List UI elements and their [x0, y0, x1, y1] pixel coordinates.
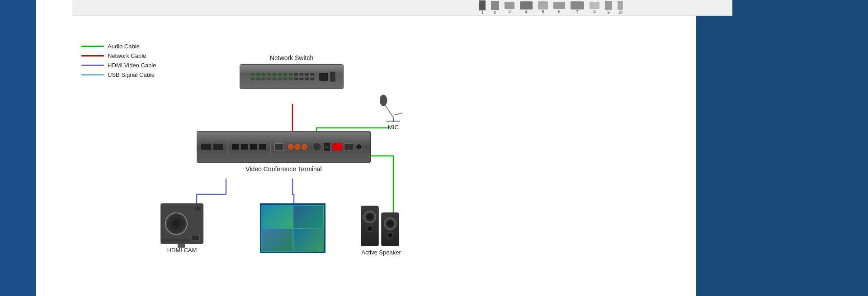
network-switch-label: Network Switch	[270, 54, 313, 61]
top-bar: 1 2 3 4 5 6 7 8	[72, 0, 732, 16]
thumb-icon-3	[505, 2, 514, 9]
speaker-woofer-left	[363, 211, 376, 223]
vct-audio-jack-1	[288, 144, 293, 150]
thumb-item-3[interactable]: 3	[505, 2, 514, 14]
display-screen	[261, 205, 324, 252]
thumb-icon-2	[491, 1, 499, 10]
svg-line-8	[393, 113, 402, 115]
vct-port-usb	[201, 143, 212, 150]
thumb-item-6[interactable]: 6	[553, 2, 565, 14]
thumb-icon-1	[479, 0, 486, 10]
diagram: Network Switch	[72, 16, 732, 296]
page-num-3: 3	[508, 9, 510, 14]
speaker-device: Active Speaker	[361, 203, 401, 256]
thumb-icon-7	[571, 1, 584, 9]
page-num-4: 4	[525, 9, 527, 14]
display-body	[260, 203, 326, 253]
cables-svg	[72, 16, 732, 296]
cam-lens	[165, 212, 188, 235]
main-content: 1 2 3 4 5 6 7 8	[36, 0, 696, 296]
speaker-body	[361, 203, 401, 246]
page-num-6: 6	[558, 9, 560, 14]
page-num-2: 2	[494, 10, 496, 14]
page-num-8: 8	[593, 9, 595, 14]
vct-xlr	[312, 142, 321, 151]
vct-power-led	[332, 143, 342, 150]
thumb-item-8[interactable]: 8	[590, 2, 599, 14]
thumb-item-9[interactable]: 9	[605, 1, 612, 14]
speaker-unit-right	[381, 212, 399, 246]
vct-label: Video Conference Terminal	[245, 165, 321, 173]
vct-device: CE Video Conference Terminal	[197, 131, 371, 173]
thumb-item-5[interactable]: 5	[538, 1, 548, 14]
page-num-7: 7	[576, 9, 578, 14]
thumb-icon-10	[618, 1, 623, 10]
thumb-item-1[interactable]: 1	[479, 0, 486, 15]
mic-device: MIC	[380, 90, 407, 131]
network-switch-device: Network Switch	[240, 54, 344, 89]
vct-audio-jack-2	[295, 144, 300, 150]
page-num-1: 1	[481, 10, 483, 15]
svg-line-3	[384, 104, 393, 117]
thumb-item-2[interactable]: 2	[491, 1, 499, 14]
thumb-icon-6	[553, 2, 565, 9]
vct-ce-mark: CE	[323, 142, 330, 151]
vct-audio-jack-3	[302, 144, 307, 150]
vct-rj45	[274, 143, 283, 150]
display-device	[260, 203, 326, 253]
vct-port-usb2	[213, 143, 224, 150]
vct-hdmi-4	[259, 144, 267, 150]
thumb-icon-8	[590, 2, 599, 9]
mic-label: MIC	[388, 124, 399, 131]
thumb-icon-4	[520, 1, 533, 9]
page-num-5: 5	[542, 9, 544, 14]
left-sidebar	[0, 0, 36, 296]
vct-hdmi-1	[231, 144, 240, 150]
speaker-woofer-right	[384, 217, 396, 230]
mic-icon	[380, 90, 407, 122]
thumb-icon-5	[538, 1, 548, 9]
thumb-item-7[interactable]: 7	[571, 1, 584, 14]
cam-body	[160, 203, 203, 244]
vct-db9	[344, 143, 354, 150]
vct-hdmi-2	[241, 144, 249, 150]
cam-label: HDMI CAM	[167, 247, 197, 254]
vct-jack-out	[356, 144, 362, 150]
speaker-tweeter-left	[366, 225, 373, 232]
thumb-item-10[interactable]: 10	[618, 1, 623, 14]
switch-body	[240, 64, 344, 89]
speaker-tweeter-right	[387, 232, 394, 239]
page-num-9: 9	[607, 10, 609, 14]
cam-device: HDMI CAM	[160, 203, 203, 254]
vct-hdmi-3	[250, 144, 258, 150]
vct-body: CE	[197, 131, 371, 163]
page-num-10: 10	[618, 10, 623, 14]
speaker-label: Active Speaker	[361, 249, 401, 256]
thumb-item-4[interactable]: 4	[520, 1, 533, 14]
speaker-unit-left	[361, 206, 379, 246]
thumb-icon-9	[605, 1, 612, 10]
